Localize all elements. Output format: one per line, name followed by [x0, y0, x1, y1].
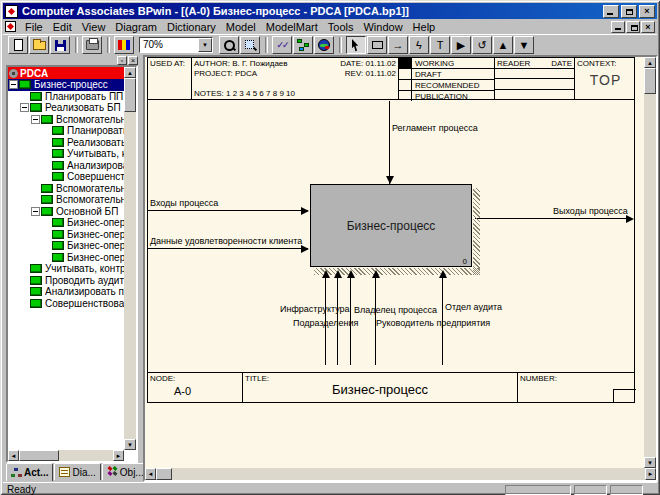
- tree-item[interactable]: Бизнес-операция: [8, 229, 124, 241]
- tree-item[interactable]: Планировать ПП и ПЭ п: [8, 91, 124, 103]
- tree-item[interactable]: Проводить аудит БП: [8, 275, 124, 287]
- print-button[interactable]: [82, 36, 102, 54]
- tree-item[interactable]: Анализировать п: [8, 160, 124, 172]
- input-arrow[interactable]: [148, 248, 308, 249]
- diagram-horizontal-scrollbar[interactable]: ◄ ►: [145, 468, 656, 480]
- tab-diagrams[interactable]: Dia...: [54, 463, 100, 480]
- activity-box[interactable]: Бизнес-процесс 0: [310, 184, 472, 267]
- mechanism-label[interactable]: Инфраструктура: [280, 304, 350, 314]
- input-arrow-label[interactable]: Данные удовлетворенности клиента: [150, 236, 302, 246]
- pointer-tool-button[interactable]: [346, 36, 366, 54]
- input-arrow-label[interactable]: Входы процесса: [150, 198, 218, 208]
- scroll-thumb[interactable]: [644, 68, 656, 94]
- zoom-area-button[interactable]: [240, 36, 260, 54]
- tree-item[interactable]: Вспомогательный Б: [8, 183, 124, 195]
- explorer-horizontal-scrollbar[interactable]: ◄ ►: [8, 450, 124, 461]
- zoom-combo[interactable]: 70% ▼: [139, 37, 213, 53]
- pane-close-button[interactable]: ×: [128, 56, 138, 65]
- diagram-vertical-scrollbar[interactable]: ▲ ▼: [644, 57, 656, 468]
- nav-up-button[interactable]: ▲: [493, 36, 513, 54]
- tree-item[interactable]: Реализовать БП: [8, 102, 124, 114]
- tree-item[interactable]: Бизнес-операция: [8, 252, 124, 264]
- menu-diagram[interactable]: Diagram: [110, 21, 162, 33]
- tree-item[interactable]: Учитывать, контролиро: [8, 263, 124, 275]
- mdi-child-icon[interactable]: [5, 21, 16, 32]
- explorer-vertical-scrollbar[interactable]: ▲ ▼: [124, 67, 136, 450]
- tree-item[interactable]: Вспомогательный Б: [8, 114, 124, 126]
- menu-modelmart[interactable]: ModelMart: [261, 21, 323, 33]
- control-arrow[interactable]: [389, 101, 390, 184]
- scroll-up-button[interactable]: ▲: [124, 67, 136, 78]
- modelmart-button[interactable]: [314, 36, 334, 54]
- scroll-thumb[interactable]: [19, 450, 59, 461]
- menu-edit[interactable]: Edit: [48, 21, 77, 33]
- tree-item[interactable]: Основной БП: [8, 206, 124, 218]
- tree-item[interactable]: Вспомогательный Б: [8, 194, 124, 206]
- mechanism-label[interactable]: Подразделения: [293, 318, 358, 328]
- menu-help[interactable]: Help: [408, 21, 441, 33]
- menu-view[interactable]: View: [77, 21, 111, 33]
- mechanism-label[interactable]: Руководитель предприятия: [376, 318, 490, 328]
- scroll-down-button[interactable]: ▼: [644, 457, 656, 468]
- menu-model[interactable]: Model: [221, 21, 261, 33]
- tree-item[interactable]: Совершенствова: [8, 171, 124, 183]
- scroll-down-button[interactable]: ▼: [124, 439, 136, 450]
- tree-item[interactable]: Бизнес-операция: [8, 240, 124, 252]
- scroll-left-button[interactable]: ◄: [145, 468, 156, 480]
- goto-child-diagram-button[interactable]: ▶: [451, 36, 471, 54]
- activity-box-tool-button[interactable]: [367, 36, 387, 54]
- scroll-thumb[interactable]: [124, 78, 136, 112]
- tree-item[interactable]: Реализовать БП1: [8, 137, 124, 149]
- menu-window[interactable]: Window: [358, 21, 407, 33]
- new-file-button[interactable]: [8, 36, 28, 54]
- mdi-close-button[interactable]: ×: [641, 21, 655, 33]
- mdi-restore-button[interactable]: [626, 21, 640, 33]
- save-button[interactable]: [50, 36, 70, 54]
- mechanism-label[interactable]: Отдел аудита: [445, 302, 502, 312]
- scroll-thumb[interactable]: [156, 468, 172, 480]
- output-arrow-label[interactable]: Выходы процесса: [553, 206, 628, 216]
- color-palette-button[interactable]: [114, 36, 134, 54]
- tree-collapse-icon[interactable]: [9, 80, 18, 89]
- pane-restore-button[interactable]: ▫: [117, 56, 127, 65]
- tree-item[interactable]: Анализировать показат: [8, 286, 124, 298]
- zoom-value[interactable]: 70%: [140, 38, 198, 52]
- model-header[interactable]: PDCA: [8, 67, 124, 79]
- menu-dictionary[interactable]: Dictionary: [162, 21, 221, 33]
- bpwin-app-icon[interactable]: [5, 5, 18, 18]
- input-arrow[interactable]: [148, 210, 308, 211]
- text-tool-button[interactable]: T: [430, 36, 450, 54]
- spell-check-button[interactable]: ✓✓: [272, 36, 292, 54]
- arrow-tool-button[interactable]: →: [388, 36, 408, 54]
- scroll-right-button[interactable]: ►: [645, 468, 656, 480]
- mechanism-label[interactable]: Владелец процесса: [354, 305, 437, 315]
- tree-collapse-icon[interactable]: [20, 103, 29, 112]
- close-button[interactable]: ×: [639, 5, 655, 18]
- tab-objects[interactable]: Obj...: [102, 463, 149, 480]
- zoom-in-button[interactable]: [219, 36, 239, 54]
- scroll-up-button[interactable]: ▲: [644, 57, 656, 68]
- minimize-button[interactable]: [603, 5, 619, 18]
- tree-collapse-icon[interactable]: [31, 115, 40, 124]
- scroll-left-button[interactable]: ◄: [8, 450, 19, 461]
- tree-item[interactable]: Бизнес-операция: [8, 217, 124, 229]
- menu-file[interactable]: File: [20, 21, 48, 33]
- output-arrow[interactable]: [475, 218, 627, 219]
- tree-item[interactable]: Совершенствовать БП: [8, 298, 124, 310]
- open-file-button[interactable]: [29, 36, 49, 54]
- model-explorer-button[interactable]: [293, 36, 313, 54]
- goto-parent-diagram-button[interactable]: ↺: [472, 36, 492, 54]
- tree-item[interactable]: Планировать ПП и: [8, 125, 124, 137]
- restore-button[interactable]: [621, 5, 637, 18]
- scroll-right-button[interactable]: ►: [113, 450, 124, 461]
- menu-tools[interactable]: Tools: [323, 21, 359, 33]
- zoom-dropdown-button[interactable]: ▼: [198, 38, 212, 52]
- control-arrow-label[interactable]: Регламент процесса: [392, 123, 478, 133]
- mdi-minimize-button[interactable]: [611, 21, 625, 33]
- squiggle-tool-button[interactable]: ϟ: [409, 36, 429, 54]
- diagram-canvas[interactable]: USED AT: AUTHOR: В. Г. Пожидаев DATE: 01…: [145, 57, 644, 468]
- tree-collapse-icon[interactable]: [31, 207, 40, 216]
- nav-down-button[interactable]: ▼: [514, 36, 534, 54]
- tree-item[interactable]: Бизнес-процесс: [8, 79, 124, 91]
- tab-activities[interactable]: Act...: [6, 463, 53, 481]
